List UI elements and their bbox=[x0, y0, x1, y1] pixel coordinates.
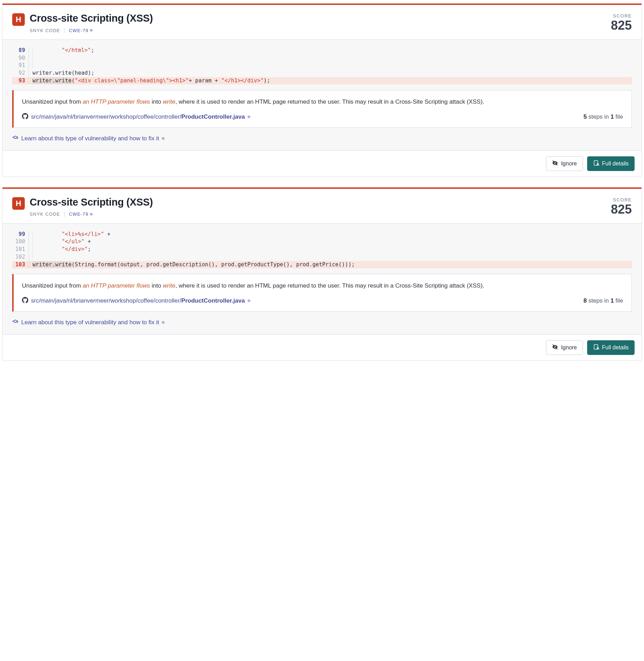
line-number: 102 bbox=[12, 253, 29, 261]
learn-link[interactable]: Learn about this type of vulnerability a… bbox=[12, 319, 632, 327]
vulnerability-title: Cross-site Scripting (XSS) bbox=[30, 196, 153, 208]
line-number: 92 bbox=[12, 69, 29, 77]
line-number: 93 bbox=[12, 77, 29, 85]
external-link-icon: ⧉ bbox=[90, 28, 93, 32]
score-value: 825 bbox=[611, 202, 632, 216]
meta-divider bbox=[64, 211, 65, 217]
code-line: 90 bbox=[12, 54, 632, 62]
code-content: writer.write(head); bbox=[29, 69, 632, 77]
explanation-text: Unsanitized input from an HTTP parameter… bbox=[22, 281, 623, 290]
svg-line-7 bbox=[598, 349, 599, 349]
steps-count: 8 steps in 1 file bbox=[584, 297, 623, 304]
line-number: 89 bbox=[12, 47, 29, 54]
education-icon bbox=[12, 135, 18, 143]
line-number: 99 bbox=[12, 231, 29, 238]
education-icon bbox=[12, 319, 18, 327]
explanation-text: Unsanitized input from an HTTP parameter… bbox=[22, 97, 623, 106]
steps-count: 5 steps in 1 file bbox=[584, 113, 623, 120]
line-number: 91 bbox=[12, 62, 29, 69]
severity-badge: H bbox=[12, 197, 25, 210]
source-label: SNYK CODE bbox=[30, 28, 60, 33]
code-line: 99 "<li>%s</li>" + bbox=[12, 231, 632, 238]
severity-badge: H bbox=[12, 13, 25, 26]
cwe-link[interactable]: CWE-79 ⧉ bbox=[69, 28, 93, 33]
vulnerability-card: H Cross-site Scripting (XSS) SNYK CODE C… bbox=[2, 3, 642, 177]
code-content: "<li>%s</li>" + bbox=[29, 231, 632, 238]
ignore-icon bbox=[552, 160, 558, 168]
code-line: 100 "</ul>" + bbox=[12, 238, 632, 246]
file-path: src/main/java/nl/brianvermeer/workshop/c… bbox=[31, 113, 245, 120]
code-content: "</div>"; bbox=[29, 246, 632, 253]
file-path-link[interactable]: src/main/java/nl/brianvermeer/workshop/c… bbox=[22, 297, 250, 305]
vulnerability-title: Cross-site Scripting (XSS) bbox=[30, 13, 153, 24]
ignore-button[interactable]: Ignore bbox=[546, 156, 583, 171]
meta-divider bbox=[64, 28, 65, 33]
code-content bbox=[29, 253, 632, 261]
ignore-icon bbox=[552, 344, 558, 351]
learn-link[interactable]: Learn about this type of vulnerability a… bbox=[12, 135, 632, 143]
github-icon bbox=[22, 113, 28, 121]
line-number: 90 bbox=[12, 54, 29, 62]
code-line: 101 "</div>"; bbox=[12, 246, 632, 253]
external-link-icon: ⧉ bbox=[162, 136, 164, 141]
score-label: SCORE bbox=[611, 13, 632, 18]
code-line: 92 writer.write(head); bbox=[12, 69, 632, 77]
code-content bbox=[29, 62, 632, 69]
ignore-button[interactable]: Ignore bbox=[546, 340, 583, 355]
code-line: 93 writer.write("<div class=\"panel-head… bbox=[12, 77, 632, 85]
code-line: 89 "</html>"; bbox=[12, 47, 632, 54]
external-link-icon: ⧉ bbox=[248, 299, 250, 303]
code-block: 89 "</html>"; 90 91 92 writer.write(head… bbox=[12, 47, 632, 84]
score-label: SCORE bbox=[611, 197, 632, 202]
learn-text: Learn about this type of vulnerability a… bbox=[21, 135, 159, 142]
code-content bbox=[29, 54, 632, 62]
full-details-button[interactable]: Full details bbox=[587, 340, 635, 355]
details-icon bbox=[593, 344, 599, 351]
file-path: src/main/java/nl/brianvermeer/workshop/c… bbox=[31, 297, 245, 304]
external-link-icon: ⧉ bbox=[90, 212, 93, 216]
details-icon bbox=[593, 160, 599, 168]
explanation-box: Unsanitized input from an HTTP parameter… bbox=[12, 274, 632, 311]
svg-line-3 bbox=[598, 165, 599, 165]
code-line: 91 bbox=[12, 62, 632, 69]
full-details-button[interactable]: Full details bbox=[587, 156, 635, 171]
code-line: 103 writer.write(String.format(output, p… bbox=[12, 261, 632, 269]
score-value: 825 bbox=[611, 18, 632, 32]
external-link-icon: ⧉ bbox=[162, 320, 164, 325]
line-number: 101 bbox=[12, 246, 29, 253]
code-content: "</html>"; bbox=[29, 47, 632, 54]
source-label: SNYK CODE bbox=[30, 211, 60, 217]
line-number: 103 bbox=[12, 261, 29, 269]
file-path-link[interactable]: src/main/java/nl/brianvermeer/workshop/c… bbox=[22, 113, 250, 121]
external-link-icon: ⧉ bbox=[248, 115, 250, 119]
code-content: writer.write(String.format(output, prod.… bbox=[29, 261, 632, 269]
learn-text: Learn about this type of vulnerability a… bbox=[21, 319, 159, 326]
code-content: "</ul>" + bbox=[29, 238, 632, 246]
explanation-box: Unsanitized input from an HTTP parameter… bbox=[12, 90, 632, 127]
code-content: writer.write("<div class=\"panel-heading… bbox=[29, 77, 632, 85]
cwe-link[interactable]: CWE-79 ⧉ bbox=[69, 211, 93, 217]
code-block: 99 "<li>%s</li>" + 100 "</ul>" + 101 "</… bbox=[12, 231, 632, 268]
github-icon bbox=[22, 297, 28, 305]
line-number: 100 bbox=[12, 238, 29, 246]
vulnerability-card: H Cross-site Scripting (XSS) SNYK CODE C… bbox=[2, 187, 642, 361]
code-line: 102 bbox=[12, 253, 632, 261]
